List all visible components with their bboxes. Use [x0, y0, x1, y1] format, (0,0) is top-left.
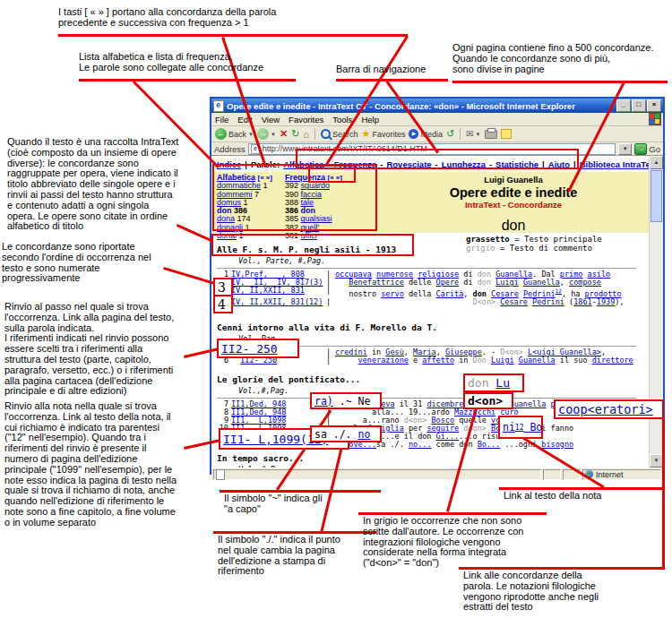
- scrollbar-thumb[interactable]: [650, 170, 662, 222]
- annotation-line: [58, 34, 408, 37]
- menu-items: FileEditViewFavoritesToolsHelp: [215, 115, 388, 124]
- callout-tilde: Il simbolo "~" indica gli "a capo": [224, 494, 385, 515]
- word-occurrence-link[interactable]: dicembre: [426, 400, 463, 408]
- word-occurrence-link[interactable]: Guanella: [495, 270, 532, 279]
- concordance-subtitle: IntraText - Concordanze: [382, 200, 645, 210]
- word-occurrence-link[interactable]: Gesù: [385, 348, 403, 356]
- word-occurrence-link[interactable]: credini: [335, 348, 367, 356]
- word-occurrence-link[interactable]: affetto: [422, 356, 454, 365]
- word-occurrence-link[interactable]: seguire: [426, 425, 459, 433]
- callout-note-link: Link al testo della nota: [504, 491, 665, 502]
- go-icon: →: [634, 143, 647, 155]
- word-occurrence-link[interactable]: Cesare: [500, 298, 528, 306]
- word-occurrence-link[interactable]: primo: [560, 270, 583, 279]
- text-fragment: [335, 298, 473, 306]
- minimize-button[interactable]: _: [616, 99, 631, 112]
- column-separator: |: [326, 298, 335, 306]
- word-occurrence-link[interactable]: Luigi: [491, 356, 514, 365]
- word-occurrence-link[interactable]: Guanella: [523, 279, 560, 287]
- search-button[interactable]: Search: [321, 129, 358, 139]
- word-occurrence-link[interactable]: Cesare: [491, 289, 519, 298]
- word-occurrence-link[interactable]: Gi...: [436, 433, 460, 441]
- history-button[interactable]: ↺: [446, 128, 454, 140]
- reference-link[interactable]: IV, II,XXII, 831: [231, 286, 305, 295]
- word-occurrence-link[interactable]: servo: [381, 289, 404, 298]
- forward-dropdown-icon[interactable]: ▼: [271, 132, 276, 137]
- word-occurrence-link[interactable]: Pedrini: [532, 298, 564, 306]
- word-occurrence-link[interactable]: venerazione: [358, 356, 409, 365]
- word-occurrence-link[interactable]: no...: [409, 441, 432, 449]
- favorites-button[interactable]: ★ Favorites: [362, 128, 406, 140]
- maximize-button[interactable]: □: [632, 99, 646, 112]
- word-occurrence-link[interactable]: Carità: [436, 289, 464, 298]
- close-button[interactable]: ×: [647, 99, 661, 112]
- word-occurrence-link[interactable]: Bosco: [431, 416, 454, 425]
- reference-link[interactable]: IV, II,XXII, 831(12): [231, 297, 323, 306]
- annotation-line: [452, 81, 668, 83]
- window-icon: [213, 100, 224, 112]
- mail-button[interactable]: ✉ ▼: [466, 129, 480, 139]
- vertical-scrollbar[interactable]: ▲ ▼: [649, 156, 663, 468]
- word-occurrence-link[interactable]: Pedrini: [523, 289, 556, 298]
- refresh-button[interactable]: ↻: [291, 128, 299, 140]
- text-fragment: D<on>: [473, 298, 501, 306]
- word-occurrence-link[interactable]: Guanella: [510, 400, 547, 408]
- text-fragment: ,: [463, 289, 472, 298]
- word-occurrence-link[interactable]: occupava: [335, 270, 372, 279]
- row-text: D<on> Cesare Pedrini (1861-1939),: [335, 298, 636, 306]
- word-occurrence-link[interactable]: bisogno: [541, 441, 573, 449]
- page-icon: [216, 469, 225, 480]
- stop-button[interactable]: ✕: [280, 128, 288, 140]
- magnified-tilde-example: ra) .~ Ne: [310, 392, 382, 409]
- menu-file[interactable]: File: [215, 115, 228, 124]
- word-occurrence-link[interactable]: numerose: [376, 270, 413, 279]
- text-fragment: ,: [560, 279, 569, 287]
- title-bar[interactable]: Opere edite e inedite - IntraText CT - C…: [211, 99, 663, 113]
- highlight-prev-next: [308, 165, 356, 183]
- word-occurrence-link[interactable]: Benefattrice: [349, 279, 403, 287]
- column-separator: |: [326, 287, 335, 298]
- menu-view[interactable]: View: [262, 115, 280, 124]
- highlight-work-title: [211, 234, 414, 256]
- scroll-up-icon[interactable]: ▲: [650, 156, 663, 169]
- word-occurrence-link[interactable]: compose: [569, 279, 601, 287]
- forward-button[interactable]: → ▼: [257, 128, 276, 140]
- edit-note-button[interactable]: [501, 129, 512, 139]
- search-icon: [321, 129, 331, 139]
- word-occurrence-link[interactable]: Bo...: [478, 441, 501, 449]
- menu-help[interactable]: Help: [361, 115, 379, 124]
- word-occurrence-link[interactable]: religiose: [418, 270, 459, 279]
- text-fragment: don: [478, 279, 495, 287]
- callout-collection: Quando il testo è una raccolta IntraText…: [7, 137, 206, 232]
- word-occurrence-link[interactable]: 1939: [597, 298, 615, 306]
- mail-dropdown-icon[interactable]: ▼: [476, 132, 481, 137]
- home-button[interactable]: ⌂: [303, 129, 309, 140]
- status-message: [213, 469, 541, 480]
- text-fragment: . -: [482, 348, 500, 356]
- magnified-row-number-3: 3: [213, 278, 233, 296]
- word-occurrence-link[interactable]: asilo: [588, 270, 611, 279]
- row-text: Benefattrice delle Opere di don Luigi Gu…: [335, 279, 636, 287]
- go-button[interactable]: → Go: [634, 143, 660, 155]
- word-occurrence-link[interactable]: 1861: [573, 298, 591, 306]
- word-occurrence-link[interactable]: Maria: [413, 348, 436, 356]
- nav-link-biblioteca-intratext[interactable]: Biblioteca IntraText: [580, 159, 658, 169]
- menu-tools[interactable]: Tools: [332, 115, 352, 124]
- zone-label: Internet: [596, 470, 624, 479]
- address-dropdown-button[interactable]: ▼: [618, 143, 632, 155]
- word-occurrence-link[interactable]: direttore: [592, 356, 633, 365]
- back-button[interactable]: ← Back ▼: [215, 128, 254, 140]
- work-title: Opere edite e inedite: [382, 185, 645, 200]
- favorites-label: Favorites: [372, 130, 405, 139]
- word-occurrence-link[interactable]: L<uigi Guanella>: [528, 348, 601, 356]
- word-occurrence-link[interactable]: Luigi: [495, 279, 519, 287]
- text-fragment[interactable]: 12: [556, 288, 562, 294]
- scroll-down-icon[interactable]: ▼: [650, 454, 663, 468]
- back-label: Back: [228, 130, 246, 139]
- menu-favorites[interactable]: Favorites: [289, 115, 323, 124]
- word-occurrence-link[interactable]: Opere: [436, 279, 460, 287]
- word-occurrence-link[interactable]: Guanella: [519, 356, 556, 365]
- word-occurrence-link[interactable]: prodotto: [585, 289, 622, 298]
- word-occurrence-link[interactable]: Giuseppe: [445, 348, 482, 356]
- print-button[interactable]: [485, 130, 497, 139]
